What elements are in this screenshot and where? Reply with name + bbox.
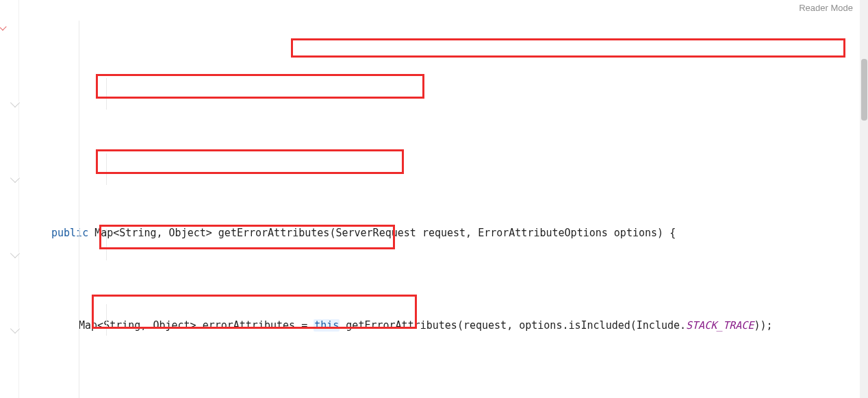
punct: . — [680, 319, 686, 332]
method-name: getErrorAttributes — [218, 227, 330, 239]
punct: ; — [766, 319, 772, 332]
enum-constant: STACK_TRACE — [686, 319, 754, 332]
fold-handle-icon[interactable] — [10, 173, 20, 183]
var-name: errorAttributes — [203, 319, 295, 332]
param-name: request — [422, 227, 465, 239]
highlight-box — [96, 149, 404, 174]
keyword-this: this — [314, 319, 340, 332]
fold-handle-icon[interactable] — [10, 98, 20, 108]
indent-guide — [106, 78, 107, 110]
punct: , — [507, 319, 513, 332]
type-object: Object — [169, 227, 206, 239]
assign-op: = — [301, 319, 307, 332]
param-name: options — [614, 227, 657, 239]
param-type: ErrorAttributeOptions — [478, 227, 608, 239]
punct: < — [97, 319, 103, 332]
type-string: String — [119, 227, 156, 239]
punct: ) — [657, 227, 663, 239]
vertical-scrollbar[interactable] — [860, 0, 868, 398]
indent-guide — [106, 153, 107, 185]
indent-guide — [79, 21, 79, 398]
punct: , — [465, 227, 472, 239]
method-call: isIncluded — [568, 319, 630, 332]
fold-handle-icon[interactable] — [10, 324, 20, 334]
type-map: Map — [94, 227, 113, 239]
keyword-public: public — [51, 227, 88, 239]
reader-mode-link[interactable]: Reader Mode — [799, 3, 853, 13]
editor-gutter — [0, 0, 19, 398]
method-call: getErrorAttributes — [346, 319, 457, 332]
highlight-box — [291, 38, 845, 58]
punct: ( — [457, 319, 463, 332]
fold-handle-icon[interactable] — [10, 249, 20, 258]
code-line: Map<String, Object> errorAttributes = th… — [27, 316, 858, 335]
class-ref: Include — [637, 319, 680, 332]
punct: , — [157, 227, 163, 239]
punct: < — [113, 227, 119, 239]
punct: ( — [630, 319, 637, 332]
code-line: public Map<String, Object> getErrorAttri… — [27, 224, 858, 242]
highlight-box — [96, 74, 424, 99]
type-object: Object — [153, 319, 190, 332]
indent-guide — [106, 229, 107, 260]
punct: . — [340, 319, 346, 332]
punct: > — [190, 319, 196, 332]
punct: { — [669, 227, 676, 239]
param-type: ServerRequest — [335, 227, 416, 239]
type-string: String — [103, 319, 140, 332]
punct: , — [140, 319, 146, 332]
code-editor[interactable]: public Map<String, Object> getErrorAttri… — [27, 21, 858, 398]
indent-guide — [106, 304, 107, 336]
arg: options — [519, 319, 562, 332]
arg: request — [463, 319, 507, 332]
type-map: Map — [79, 319, 97, 332]
gutter-marker-icon — [0, 23, 7, 30]
punct: > — [206, 227, 212, 239]
scrollbar-thumb[interactable] — [861, 59, 867, 121]
